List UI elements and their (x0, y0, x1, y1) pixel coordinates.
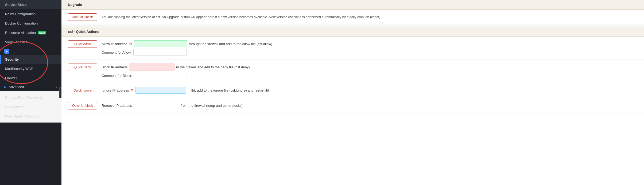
ignore-ip-input[interactable] (135, 87, 186, 94)
advanced-section[interactable]: ▶ Advanced ∨ (0, 83, 61, 91)
sidebar-item-resource-allocation[interactable]: Resource Allocation NEW (0, 28, 61, 37)
advanced-label: Advanced (9, 85, 24, 89)
unblock-text-before: Remove IP address (102, 104, 132, 108)
bottom-nav: Change Root Password SSH Access OpenPane… (0, 91, 61, 123)
ignore-text-before: Ignore IP address (102, 88, 129, 92)
unblock-ip-line: Remove IP address from the firewall (tem… (102, 102, 638, 109)
ignore-ip-line: Ignore IP address ⚙ in lfd, add to the i… (102, 87, 638, 94)
manual-check-button[interactable]: Manual Check (68, 13, 97, 21)
sidebar-item-label: OpenPanel Cron Jobs (5, 114, 39, 118)
sidebar-item-docker-configuration[interactable]: Docker Configuration (0, 19, 61, 28)
sidebar-item-modsecurity-waf[interactable]: ModSecurity WAF (0, 64, 61, 73)
quick-deny-row: Quick Deny Block IP address in the firew… (61, 60, 644, 83)
sidebar-item-label: Service Status (5, 3, 28, 7)
allow-ip-line: Allow IP address ⚙ through the firewall … (102, 40, 638, 47)
quick-actions-section-header: csf - Quick Actions (61, 25, 644, 37)
upgrade-row: Manual Check You are running the latest … (61, 10, 644, 25)
sidebar-item-label: Resource Allocation (5, 31, 36, 35)
sidebar-item-ssh-access[interactable]: SSH Access (0, 102, 61, 112)
upgrade-title: Upgrade (68, 3, 82, 7)
allow-ip-input[interactable] (134, 40, 187, 47)
main-content: Upgrade Manual Check You are running the… (61, 0, 644, 185)
deny-ip-line: Block IP address in the firewall and add… (102, 64, 638, 70)
unblock-ip-input[interactable] (134, 102, 179, 109)
sidebar-item-change-root-password[interactable]: Change Root Password (0, 93, 61, 102)
deny-ip-input[interactable] (129, 64, 174, 70)
allow-text-before: Allow IP address (102, 42, 127, 46)
allow-comment-label: Comment for Allow: (102, 50, 132, 54)
ignore-content: Ignore IP address ⚙ in lfd, add to the i… (102, 87, 638, 94)
quick-actions-title: csf - Quick Actions (68, 30, 99, 34)
chevron-down-icon: ∨ (55, 85, 57, 88)
sidebar-item-label: Docker Configuration (5, 21, 38, 25)
allow-comment-line: Comment for Allow: (102, 49, 638, 56)
upgrade-section-header: Upgrade (61, 0, 644, 10)
deny-comment-label: Comment for Block: (102, 74, 132, 78)
allow-comment-input[interactable] (133, 49, 187, 56)
deny-comment-line: Comment for Block: (102, 72, 638, 79)
quick-ignore-button[interactable]: Quick Ignore (68, 87, 97, 94)
gear-icon: ⚙ (129, 42, 132, 46)
sidebar-item-label: Change Root Password (5, 96, 42, 100)
sidebar-item-firewall[interactable]: Firewall (0, 73, 61, 83)
security-section-icon: ▶ (4, 49, 9, 54)
sidebar-item-label: SSH Access (5, 105, 24, 109)
sidebar-item-label: Nginx Configuration (5, 12, 36, 16)
quick-allow-row: Quick Allow Allow IP address ⚙ through t… (61, 37, 644, 60)
sidebar-item-openpanel-cron-jobs[interactable]: OpenPanel Cron Jobs (0, 112, 61, 121)
sidebar-item-nginx-configuration[interactable]: Nginx Configuration (0, 9, 61, 19)
allow-text-after: through the firewall and add to the allo… (189, 42, 273, 46)
sidebar-item-label: View Log Files (5, 40, 28, 44)
sidebar: Service Status Nginx Configuration Docke… (0, 0, 61, 185)
gear-icon-ignore: ⚙ (130, 88, 134, 92)
allow-content: Allow IP address ⚙ through the firewall … (102, 40, 638, 56)
security-section-header: ▶ (0, 47, 61, 55)
quick-ignore-row: Quick Ignore Ignore IP address ⚙ in lfd,… (61, 83, 644, 98)
quick-unblock-row: Quick Unblock Remove IP address from the… (61, 98, 644, 113)
sidebar-item-label: Security (5, 57, 19, 61)
deny-comment-input[interactable] (134, 72, 187, 79)
new-badge: NEW (38, 31, 46, 34)
sidebar-item-view-log-files[interactable]: View Log Files (0, 37, 61, 47)
sidebar-item-label: ModSecurity WAF (5, 67, 33, 71)
unblock-content: Remove IP address from the firewall (tem… (102, 102, 638, 109)
deny-content: Block IP address in the firewall and add… (102, 64, 638, 79)
upgrade-description: You are running the latest version of cs… (102, 15, 380, 20)
deny-text-after: in the firewall and add to the deny file… (176, 65, 251, 69)
quick-allow-button[interactable]: Quick Allow (68, 40, 97, 48)
ignore-text-after: in lfd, add to the ignore file (csf.igno… (188, 88, 269, 92)
deny-text-before: Block IP address (102, 65, 127, 69)
sidebar-item-security[interactable]: Security (0, 55, 61, 64)
sidebar-item-label: Firewall (5, 76, 17, 80)
sidebar-item-service-status[interactable]: Service Status (0, 0, 61, 9)
unblock-text-after: from the firewall (temp and perm blocks) (181, 104, 243, 108)
sidebar-collapse-button[interactable]: ‹ (59, 87, 61, 98)
terminal-icon: ▶ (4, 85, 6, 88)
quick-deny-button[interactable]: Quick Deny (68, 64, 97, 71)
quick-unblock-button[interactable]: Quick Unblock (68, 102, 97, 109)
